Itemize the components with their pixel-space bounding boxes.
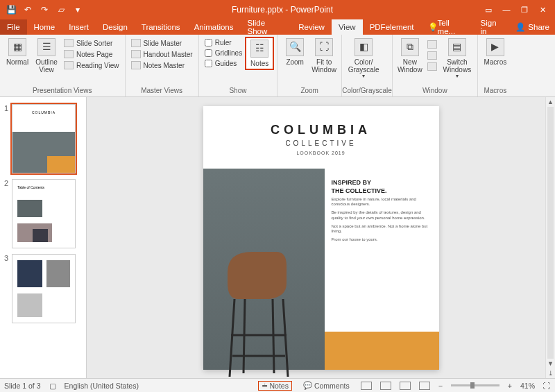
thumbnail-row-3[interactable]: 3 (0, 251, 86, 326)
close-icon[interactable]: ✕ (534, 2, 551, 17)
gridlines-checkbox[interactable]: Gridlines (203, 49, 244, 58)
save-icon[interactable]: 💾 (4, 3, 18, 17)
zoom-button[interactable]: 🔍Zoom (280, 37, 309, 67)
move-split-button[interactable] (426, 62, 438, 71)
tell-me-label: Tell me... (438, 19, 467, 35)
ribbon-options-icon[interactable]: ▭ (480, 2, 497, 17)
thumbnail-2[interactable]: Table of Contents (12, 179, 76, 248)
tab-pdfelement[interactable]: PDFelement (363, 19, 421, 35)
notes-master-button[interactable]: Notes Master (130, 60, 194, 70)
thumbnail-row-1[interactable]: 1 COLUMBIA (0, 101, 86, 176)
new-window-button[interactable]: ⧉New Window (395, 37, 425, 75)
slide-editor-area[interactable]: COLUMBIA COLLECTIVE LOOKBOOK 2019 INSPIR… (87, 97, 555, 378)
color-grayscale-button[interactable]: ◧Color/ Grayscale▾ (345, 37, 382, 81)
ribbon: ▦Normal ☰Outline View Slide Sorter Notes… (0, 35, 555, 97)
normal-button[interactable]: ▦Normal (3, 37, 32, 67)
comments-status-label: Comments (314, 382, 350, 390)
scroll-up-icon[interactable]: ▲ (546, 97, 555, 107)
next-slide-icon[interactable]: ⤓ (546, 368, 555, 378)
cascade-icon (427, 51, 437, 60)
slide-p4: From our house to yours. (332, 237, 429, 243)
notes-page-button[interactable]: Notes Page (62, 49, 121, 59)
minimize-icon[interactable]: — (498, 2, 515, 17)
normal-view-icon[interactable] (361, 382, 372, 390)
language-status[interactable]: English (United States) (65, 382, 139, 390)
tab-insert[interactable]: Insert (62, 19, 96, 35)
thumbnail-number: 3 (4, 254, 10, 262)
slide-thumbnails-panel[interactable]: 1 COLUMBIA 2 Table of Contents (0, 97, 87, 378)
start-from-beginning-icon[interactable]: ▱ (54, 3, 68, 17)
switch-windows-icon: ▤ (448, 38, 466, 56)
notes-button[interactable]: ☷Notes (245, 37, 274, 70)
scroll-down-icon[interactable]: ▼ (546, 359, 555, 368)
slide-sorter-view-icon[interactable] (380, 382, 391, 390)
reading-view-icon (64, 61, 74, 69)
tab-animations[interactable]: Animations (187, 19, 241, 35)
tab-file[interactable]: File (0, 19, 27, 35)
slide-p1: Explore furniture in nature, local mater… (332, 197, 429, 208)
group-color-grayscale: ◧Color/ Grayscale▾ Color/Grayscale (342, 35, 393, 96)
tab-home[interactable]: Home (27, 19, 62, 35)
handout-master-button[interactable]: Handout Master (130, 49, 194, 59)
zoom-slider[interactable] (451, 384, 500, 386)
scroll-track[interactable] (547, 107, 554, 359)
window-title: Furniture.pptx - PowerPoint (85, 5, 480, 15)
slideshow-view-icon[interactable] (419, 382, 430, 390)
move-split-icon (427, 62, 437, 71)
macros-button[interactable]: ▶Macros (481, 37, 510, 67)
undo-icon[interactable]: ↶ (21, 3, 35, 17)
fit-icon: ⛶ (315, 38, 333, 56)
group-label-presentation-views: Presentation Views (0, 85, 125, 96)
group-label-window: Window (393, 85, 477, 96)
slide-right-text: INSPIRED BY THE COLLECTIVE. Explore furn… (332, 179, 429, 246)
qat-customize-icon[interactable]: ▾ (71, 3, 85, 17)
reading-view-button[interactable]: Reading View (62, 60, 121, 70)
guides-checkbox[interactable]: Guides (203, 59, 244, 68)
zoom-out-icon[interactable]: − (438, 382, 443, 390)
thumbnail-3[interactable] (12, 254, 76, 323)
tab-transitions[interactable]: Transitions (135, 19, 187, 35)
sign-in[interactable]: Sign in (474, 19, 511, 35)
notes-icon: ☷ (250, 40, 268, 58)
reading-view-icon[interactable] (400, 382, 411, 390)
arrange-all-button[interactable] (426, 40, 438, 49)
normal-icon: ▦ (8, 38, 26, 56)
zoom-in-icon[interactable]: + (508, 382, 512, 390)
thumbnail-1[interactable]: COLUMBIA (12, 104, 76, 173)
zoom-percent[interactable]: 41% (520, 382, 535, 390)
tab-slideshow[interactable]: Slide Show (241, 19, 292, 35)
slide-photo (203, 169, 325, 370)
slide-accent-block (325, 332, 439, 370)
tell-me[interactable]: 💡 Tell me... (421, 19, 474, 35)
outline-view-button[interactable]: ☰Outline View (32, 37, 61, 75)
thumbnail-number: 1 (4, 104, 10, 112)
switch-windows-button[interactable]: ▤Switch Windows▾ (440, 37, 475, 81)
macros-icon: ▶ (486, 38, 504, 56)
slide-sorter-button[interactable]: Slide Sorter (62, 38, 121, 48)
spellcheck-icon[interactable]: ▢ (49, 382, 56, 390)
tab-review[interactable]: Review (291, 19, 332, 35)
restore-icon[interactable]: ❐ (516, 2, 533, 17)
vertical-scrollbar[interactable]: ▲ ▼ ⤓ (545, 97, 555, 378)
zoom-slider-knob[interactable] (470, 382, 475, 389)
fit-slide-icon[interactable]: ⛶ (543, 382, 551, 390)
redo-icon[interactable]: ↷ (37, 3, 51, 17)
ruler-checkbox[interactable]: Ruler (203, 38, 244, 47)
slide-master-button[interactable]: Slide Master (130, 38, 194, 48)
group-label-zoom: Zoom (278, 85, 341, 96)
comments-status-button[interactable]: 💬Comments (300, 381, 352, 390)
slide-h1: INSPIRED BY (332, 179, 429, 186)
fit-to-window-button[interactable]: ⛶Fit to Window (309, 37, 339, 75)
cascade-button[interactable] (426, 51, 438, 60)
current-slide[interactable]: COLUMBIA COLLECTIVE LOOKBOOK 2019 INSPIR… (203, 106, 439, 370)
group-label-show: Show (199, 85, 277, 96)
slide-count: Slide 1 of 3 (4, 382, 41, 390)
share-button[interactable]: 👤Share (510, 19, 555, 35)
thumbnail-row-2[interactable]: 2 Table of Contents (0, 176, 86, 251)
slide-sorter-icon (64, 39, 74, 47)
tab-design[interactable]: Design (96, 19, 135, 35)
slide-p2: Be inspired by the details of textures, … (332, 210, 429, 221)
group-macros: ▶Macros Macros (478, 35, 513, 96)
tab-view[interactable]: View (332, 19, 363, 35)
slide-title: COLUMBIA (203, 123, 439, 137)
